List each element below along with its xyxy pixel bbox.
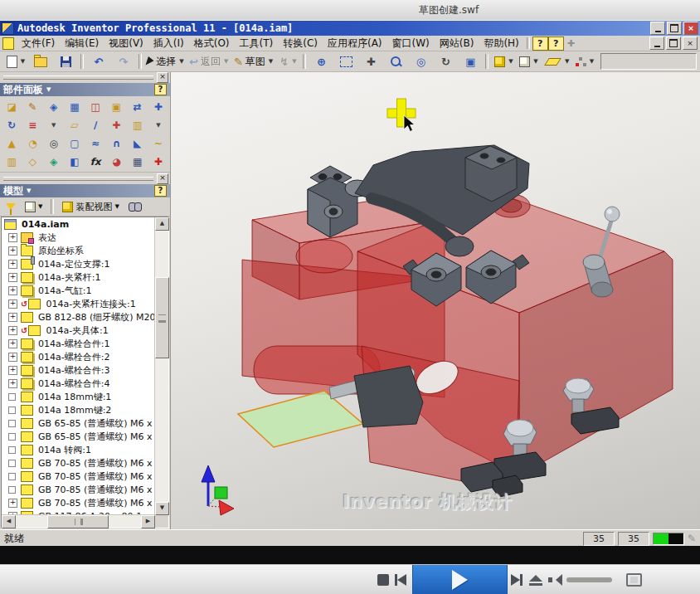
- tool-hole[interactable]: ◎: [44, 134, 64, 152]
- new-file-button[interactable]: ▼: [3, 52, 28, 71]
- tool-fillet[interactable]: ∩: [106, 134, 126, 152]
- tree-item[interactable]: GB 70-85 (普通螺纹) M6 x 2: [2, 456, 155, 470]
- display-hidden-edge-dropdown-icon[interactable]: ▼: [533, 58, 537, 65]
- tool-pattern-feature[interactable]: ▥: [128, 116, 148, 134]
- horizontal-scroll-thumb[interactable]: [47, 515, 109, 528]
- menu-window[interactable]: 窗口(W): [387, 36, 435, 51]
- shadow-mode-button[interactable]: ▼: [572, 52, 597, 71]
- update-button[interactable]: ↯▼: [275, 52, 300, 71]
- update-dropdown-icon[interactable]: ▼: [292, 58, 296, 65]
- display-shaded-dropdown-icon[interactable]: ▼: [508, 58, 513, 65]
- tree-item[interactable]: +↺014a-夹紧杆连接头:1: [2, 297, 155, 310]
- tool-design-doctor[interactable]: ✚: [148, 153, 168, 170]
- panel-dropdown-icon[interactable]: ▼: [46, 86, 51, 93]
- expand-button[interactable]: +: [8, 366, 17, 375]
- volume-button[interactable]: [544, 565, 566, 594]
- redo-button[interactable]: ↷: [111, 52, 136, 71]
- display-shaded-button[interactable]: ▼: [491, 52, 516, 71]
- new-file-dropdown-icon[interactable]: ▼: [21, 58, 25, 65]
- close-model-panel-button[interactable]: ×: [157, 173, 168, 184]
- tool-place-component[interactable]: ◪: [2, 98, 22, 115]
- horizontal-scrollbar[interactable]: ◀ ▶: [2, 514, 155, 528]
- mdi-close-button[interactable]: ×: [683, 37, 698, 50]
- parameter-combo[interactable]: [600, 53, 697, 70]
- tree-item[interactable]: GB 65-85 (普通螺纹) M6 x 2: [2, 416, 155, 430]
- menu-file[interactable]: 文件(F): [17, 36, 60, 51]
- tool-derived-component[interactable]: ◈: [44, 98, 64, 115]
- mdi-restore-button[interactable]: [666, 37, 681, 50]
- tree-item[interactable]: 014a 18mm键:2: [2, 403, 155, 416]
- tool-work-axis[interactable]: ∕: [85, 116, 105, 134]
- tool-thread[interactable]: ≈: [85, 134, 105, 152]
- tree-item[interactable]: +014a-定位支撑:1: [2, 257, 155, 270]
- tree-item[interactable]: GB 70-85 (普通螺纹) M6 x 2: [2, 483, 155, 496]
- tool-section-view[interactable]: ◧: [65, 153, 85, 170]
- sketch-dropdown-icon[interactable]: ▼: [269, 58, 273, 65]
- vertical-scroll-thumb[interactable]: [155, 277, 169, 358]
- tool-appearance[interactable]: ◕: [106, 153, 126, 170]
- window-titlebar[interactable]: Autodesk Inventor Professional 11 - [014…: [0, 21, 700, 36]
- tool-feature-options[interactable]: ▼: [148, 116, 168, 134]
- previous-button[interactable]: [390, 565, 411, 594]
- display-orthographic-button[interactable]: ▼: [541, 52, 571, 71]
- tool-extrude[interactable]: ▲: [2, 134, 22, 152]
- tree-item[interactable]: GB 65-85 (普通螺纹) M6 x 2: [2, 430, 155, 443]
- tree-item[interactable]: +GB 70-85 (普通螺纹) M6 x 2: [2, 496, 155, 509]
- viewport-3d[interactable]: Inventor 机械设计: [171, 72, 700, 529]
- browser-options-button[interactable]: ▼: [22, 198, 46, 215]
- sketch-button[interactable]: ✎草图▼: [231, 52, 276, 71]
- tool-work-point[interactable]: ✚: [106, 116, 126, 134]
- orbit-button[interactable]: ↻: [433, 52, 458, 71]
- zoom-button[interactable]: [383, 52, 408, 71]
- open-file-button[interactable]: [28, 52, 53, 71]
- tool-create-component[interactable]: ✎: [22, 98, 42, 115]
- pan-button[interactable]: ✚: [358, 52, 383, 71]
- close-panel-button[interactable]: ×: [157, 72, 168, 83]
- menu-view[interactable]: 视图(V): [104, 36, 148, 51]
- tool-parameters[interactable]: fx: [85, 153, 105, 170]
- expand-button[interactable]: +: [8, 326, 17, 335]
- menu-format[interactable]: 格式(O): [189, 36, 235, 51]
- browser-filter-button[interactable]: [2, 198, 19, 215]
- vertical-scrollbar[interactable]: ▲ ▼: [154, 217, 168, 515]
- assembly-panel-header[interactable]: 部件面板 ▼ ?: [0, 83, 170, 96]
- return-dropdown-icon[interactable]: ▼: [224, 58, 228, 65]
- tool-copy-component[interactable]: ▣: [106, 98, 126, 115]
- menu-convert[interactable]: 转换(C): [278, 36, 323, 51]
- maximize-button[interactable]: [667, 22, 682, 35]
- tool-pattern-component[interactable]: ▦: [65, 98, 85, 115]
- expand-button[interactable]: +: [8, 379, 17, 388]
- tree-item[interactable]: GB 70-85 (普通螺纹) M6 x 2: [2, 470, 155, 483]
- expand-button[interactable]: +: [8, 233, 17, 242]
- return-button[interactable]: ↩返回▼: [187, 52, 231, 71]
- tool-revolve[interactable]: ◔: [22, 134, 42, 152]
- select-dropdown-icon[interactable]: ▼: [179, 58, 183, 65]
- model-help-button[interactable]: ?: [154, 185, 167, 197]
- panel-help-button[interactable]: ?: [154, 84, 167, 95]
- tree-item[interactable]: +表达: [2, 231, 155, 244]
- mdi-minimize-button[interactable]: [649, 37, 664, 50]
- tree-item[interactable]: +原始坐标系: [2, 244, 155, 257]
- look-at-button[interactable]: ▣: [458, 52, 483, 71]
- scroll-up-button[interactable]: ▲: [155, 217, 169, 231]
- zoom-selected-button[interactable]: ◎: [408, 52, 433, 71]
- model-dropdown-icon[interactable]: ▼: [27, 187, 31, 194]
- tree-item[interactable]: +014a-螺栓合件:1: [2, 337, 155, 350]
- expand-button[interactable]: +: [8, 246, 17, 256]
- tool-rotate-component[interactable]: ↻: [2, 116, 22, 134]
- select-button[interactable]: 选择▼: [144, 52, 187, 71]
- context-help-icon[interactable]: ?: [548, 37, 564, 51]
- tree-item[interactable]: +014a-夹紧杆:1: [2, 270, 155, 284]
- shadow-mode-dropdown-icon[interactable]: ▼: [590, 58, 594, 65]
- help-topics-icon[interactable]: ?: [532, 37, 548, 51]
- tool-chamfer[interactable]: ◣: [128, 134, 148, 152]
- expand-button[interactable]: +: [8, 353, 17, 362]
- assembly-view-button[interactable]: 装配视图▼: [59, 198, 122, 215]
- tool-mirror-component[interactable]: ◫: [85, 98, 105, 115]
- tree-item[interactable]: +014a-螺栓合件:4: [2, 377, 155, 390]
- menu-help[interactable]: 帮助(H): [479, 36, 523, 51]
- menu-web[interactable]: 网站(B): [435, 36, 479, 51]
- tree-root[interactable]: 014a.iam: [2, 217, 155, 231]
- tree-item[interactable]: 014a 转阀:1: [2, 443, 155, 456]
- scroll-down-button[interactable]: ▼: [155, 502, 169, 515]
